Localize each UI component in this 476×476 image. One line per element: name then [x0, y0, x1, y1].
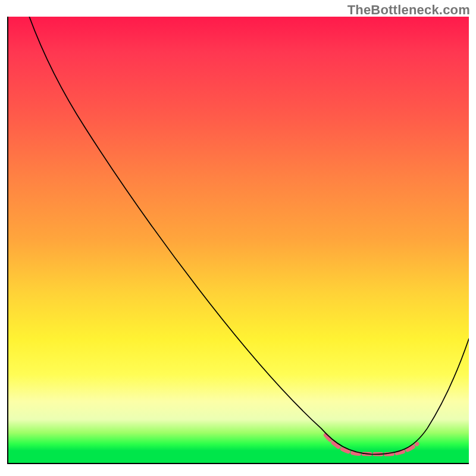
chart-plot — [7, 17, 469, 464]
watermark-text: TheBottleneck.com — [347, 2, 470, 18]
gradient-background — [7, 17, 469, 464]
